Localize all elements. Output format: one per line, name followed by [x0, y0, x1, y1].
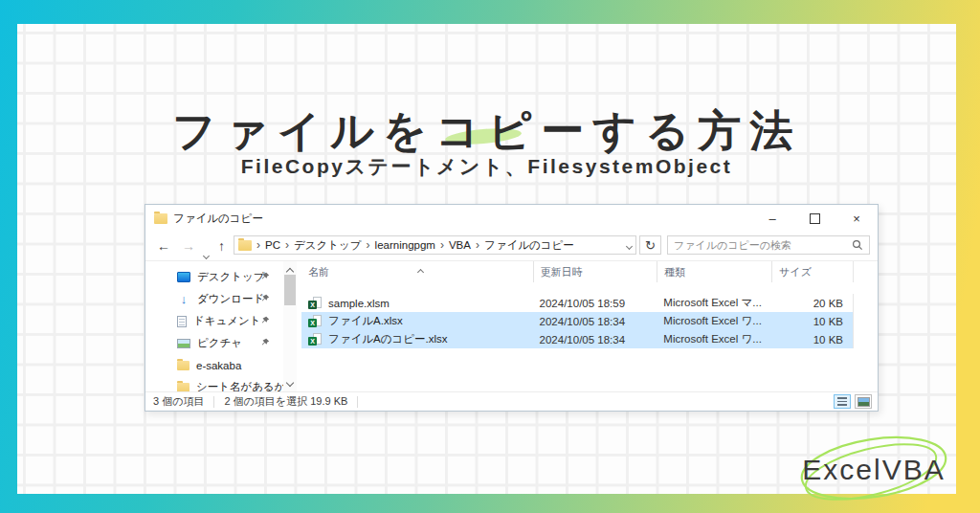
file-rows: sample.xlsm 2024/10/05 18:59 Microsoft E…: [301, 294, 854, 348]
column-header-size[interactable]: サイズ: [771, 261, 853, 282]
sidebar-scrollbar[interactable]: [283, 261, 297, 391]
chevron-down-icon: [626, 243, 633, 250]
logo-text: ExcelVBA: [792, 454, 955, 486]
selection-summary: 2 個の項目を選択 19.9 KB: [224, 394, 347, 409]
page-subtitle: FileCopyステートメント、FilesystemObject: [17, 153, 956, 180]
explorer-window: ファイルのコピー – × ← → ↑ › PC ›: [145, 204, 879, 412]
breadcrumb: › PC › デスクトップ › learningpgm › VBA › ファイル…: [252, 238, 627, 253]
window-title: ファイルのコピー: [173, 212, 263, 226]
excel-file-icon: [308, 315, 323, 327]
sidebar-item[interactable]: デスクトップ: [145, 266, 283, 288]
status-divider: [213, 396, 214, 408]
up-button[interactable]: ↑: [218, 236, 225, 256]
file-type: Microsoft Excel ワ...: [657, 332, 771, 346]
title-bar[interactable]: ファイルのコピー – ×: [145, 205, 878, 232]
status-divider: [357, 396, 358, 408]
window-controls: – ×: [751, 205, 878, 232]
folder-icon: [177, 383, 189, 392]
pin-icon: [261, 294, 270, 302]
minimize-button[interactable]: –: [751, 205, 793, 232]
sidebar-item[interactable]: e-sakaba: [145, 354, 283, 376]
site-logo: ExcelVBA: [792, 428, 955, 509]
file-row[interactable]: ファイルA.xlsx 2024/10/05 18:34 Microsoft Ex…: [301, 312, 853, 330]
file-name-cell: sample.xlsm: [301, 297, 533, 309]
column-header-modified[interactable]: 更新日時: [533, 261, 657, 282]
scroll-down-icon[interactable]: [287, 376, 293, 388]
file-name-cell: ファイルAのコピー.xlsx: [301, 332, 533, 346]
file-type: Microsoft Excel マ...: [657, 296, 771, 310]
explorer-body: デスクトップ ダウンロード: [145, 261, 878, 391]
breadcrumb-item[interactable]: learningpgm: [375, 239, 435, 251]
search-icon: [852, 239, 863, 251]
file-size: 10 KB: [771, 316, 853, 327]
content-panel: ファイルをコピーする方法 FileCopyステートメント、FilesystemO…: [17, 24, 956, 494]
back-button[interactable]: ←: [157, 236, 170, 256]
column-header-name[interactable]: 名前: [301, 261, 533, 282]
file-name: ファイルAのコピー.xlsx: [328, 332, 448, 346]
breadcrumb-item[interactable]: デスクトップ: [294, 238, 362, 253]
download-icon: [177, 293, 190, 305]
forward-button[interactable]: →: [182, 236, 195, 256]
chevron-down-icon: [286, 379, 294, 387]
column-label: 種類: [664, 265, 685, 279]
breadcrumb-separator-icon: ›: [476, 238, 479, 252]
file-modified: 2024/10/05 18:34: [533, 334, 657, 346]
column-label: サイズ: [779, 265, 812, 279]
breadcrumb-separator-icon: ›: [440, 238, 444, 252]
status-bar: 3 個の項目 2 個の項目を選択 19.9 KB: [145, 391, 878, 411]
items-count: 3 個の項目: [153, 394, 204, 409]
maximize-icon: [810, 213, 820, 224]
file-modified: 2024/10/05 18:59: [533, 298, 657, 309]
thumbnails-view-button[interactable]: [855, 394, 872, 409]
sidebar-item[interactable]: ドキュメント: [145, 310, 283, 332]
file-row[interactable]: ファイルAのコピー.xlsx 2024/10/05 18:34 Microsof…: [301, 330, 853, 348]
navigation-pane: デスクトップ ダウンロード: [145, 261, 283, 391]
sidebar-item[interactable]: ダウンロード: [145, 288, 283, 310]
column-label: 名前: [308, 265, 329, 279]
folder-icon: [177, 361, 189, 370]
file-name: ファイルA.xlsx: [328, 314, 403, 328]
file-size: 10 KB: [771, 334, 853, 346]
column-label: 更新日時: [541, 265, 583, 279]
excel-file-icon: [308, 333, 323, 346]
sort-ascending-icon: [418, 265, 423, 277]
search-placeholder: ファイルのコピーの検索: [674, 238, 852, 253]
file-row[interactable]: sample.xlsm 2024/10/05 18:59 Microsoft E…: [301, 294, 853, 312]
breadcrumb-separator-icon: ›: [367, 238, 370, 252]
refresh-button[interactable]: ↻: [639, 235, 661, 255]
document-icon: [177, 316, 187, 327]
excel-macro-file-icon: [308, 297, 323, 309]
breadcrumb-separator-icon: ›: [285, 238, 289, 252]
navigation-toolbar: ← → ↑ › PC › デスクトップ › learningpgm: [145, 232, 878, 261]
breadcrumb-item[interactable]: PC: [265, 239, 280, 251]
address-bar[interactable]: › PC › デスクトップ › learningpgm › VBA › ファイル…: [234, 235, 636, 255]
sidebar-item-label: ダウンロード: [197, 292, 264, 306]
file-name-cell: ファイルA.xlsx: [301, 314, 533, 328]
details-view-button[interactable]: [834, 394, 851, 409]
column-headers: 名前 更新日時 種類 サイズ: [301, 261, 854, 282]
sidebar-item-label: ドキュメント: [193, 314, 261, 328]
breadcrumb-item[interactable]: VBA: [449, 239, 471, 251]
folder-icon: [238, 240, 252, 251]
sidebar-item[interactable]: ピクチャ: [145, 332, 283, 354]
file-type: Microsoft Excel ワ...: [657, 314, 771, 328]
file-name: sample.xlsm: [328, 298, 390, 309]
file-list: 名前 更新日時 種類 サイズ sample.xlsm: [301, 261, 878, 391]
sidebar-item-label: デスクトップ: [197, 270, 265, 284]
breadcrumb-item[interactable]: ファイルのコピー: [484, 238, 574, 253]
folder-icon: [154, 213, 167, 224]
pin-icon: [261, 338, 270, 346]
address-dropdown-button[interactable]: [627, 239, 632, 251]
search-box[interactable]: ファイルのコピーの検索: [667, 235, 870, 255]
maximize-button[interactable]: [793, 205, 835, 232]
thumbnails-view-icon: [858, 397, 870, 407]
view-toggle-group: [834, 394, 872, 409]
scrollbar-thumb[interactable]: [284, 275, 296, 305]
column-header-type[interactable]: 種類: [657, 261, 771, 282]
pictures-icon: [177, 339, 190, 348]
recent-locations-button[interactable]: [204, 244, 209, 263]
close-button[interactable]: ×: [835, 205, 878, 232]
page-title: ファイルをコピーする方法: [17, 102, 956, 160]
desktop-icon: [177, 272, 190, 282]
file-modified: 2024/10/05 18:34: [533, 316, 657, 327]
